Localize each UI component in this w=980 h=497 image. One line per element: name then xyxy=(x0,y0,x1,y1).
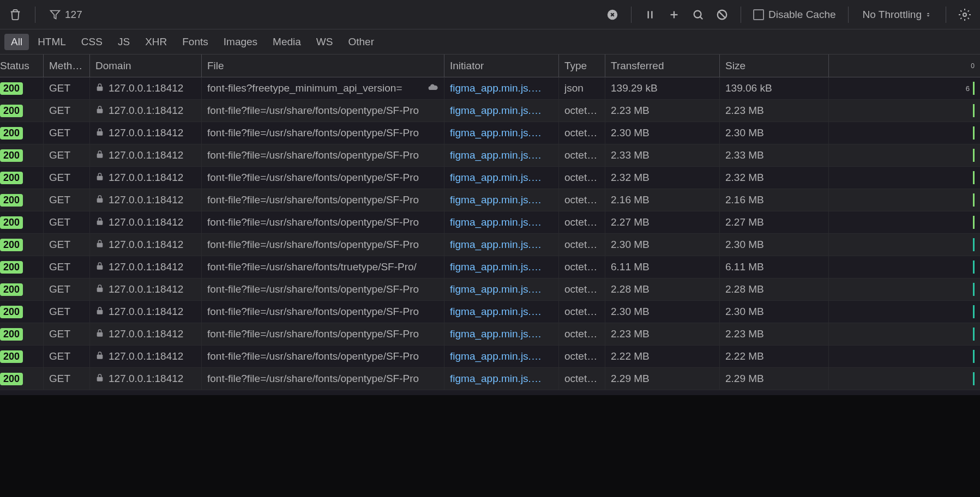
cell-waterfall xyxy=(829,167,980,189)
divider xyxy=(35,7,35,23)
table-row[interactable]: 200GET127.0.0.1:18412font-file?file=/usr… xyxy=(0,100,980,122)
cell-type: octet… xyxy=(559,234,605,256)
filter-tab-xhr[interactable]: XHR xyxy=(139,34,173,50)
cell-size: 2.28 MB xyxy=(720,278,829,300)
cell-status: 200 xyxy=(0,234,44,256)
initiator-link[interactable]: figma_app.min.js.… xyxy=(450,239,542,251)
cell-file: font-file?file=/usr/share/fonts/truetype… xyxy=(202,256,444,278)
lock-icon xyxy=(95,329,104,337)
initiator-link[interactable]: figma_app.min.js.… xyxy=(450,261,542,273)
cell-transferred: 2.23 MB xyxy=(605,323,720,345)
filter-tab-fonts[interactable]: Fonts xyxy=(176,34,215,50)
col-domain[interactable]: Domain xyxy=(90,54,202,77)
disable-cache-label: Disable Cache xyxy=(768,9,836,21)
initiator-link[interactable]: figma_app.min.js.… xyxy=(450,283,542,295)
cell-initiator: figma_app.min.js.… xyxy=(444,144,559,166)
table-row[interactable]: 200GET127.0.0.1:18412font-file?file=/usr… xyxy=(0,167,980,189)
cell-size: 2.30 MB xyxy=(720,234,829,256)
initiator-link[interactable]: figma_app.min.js.… xyxy=(450,350,542,362)
cell-method: GET xyxy=(44,122,90,144)
initiator-link[interactable]: figma_app.min.js.… xyxy=(450,216,542,228)
clear-filter-button[interactable] xyxy=(603,5,622,25)
cell-domain: 127.0.0.1:18412 xyxy=(90,323,202,345)
cell-domain: 127.0.0.1:18412 xyxy=(90,278,202,300)
filter-tab-images[interactable]: Images xyxy=(217,34,264,50)
throttling-select[interactable]: No Throttling xyxy=(857,7,937,23)
search-icon xyxy=(692,9,704,21)
divider xyxy=(946,7,946,23)
filter-tab-html[interactable]: HTML xyxy=(31,34,73,50)
col-type[interactable]: Type xyxy=(559,54,605,77)
cell-type: octet… xyxy=(559,100,605,122)
table-row[interactable]: 200GET127.0.0.1:18412font-file?file=/usr… xyxy=(0,234,980,256)
toolbar-right: Disable Cache No Throttling xyxy=(603,5,975,25)
domain-text: 127.0.0.1:18412 xyxy=(109,350,183,362)
col-waterfall[interactable]: 0 xyxy=(829,54,980,77)
add-button[interactable] xyxy=(664,5,684,25)
cell-waterfall xyxy=(829,189,980,211)
block-button[interactable] xyxy=(712,5,732,25)
no-entry-icon xyxy=(716,9,728,21)
table-row[interactable]: 200GET127.0.0.1:18412font-file?file=/usr… xyxy=(0,189,980,211)
filter-tab-all[interactable]: All xyxy=(4,34,29,50)
cell-status: 200 xyxy=(0,368,44,390)
col-method[interactable]: Meth… xyxy=(44,54,90,77)
clear-button[interactable] xyxy=(5,5,25,25)
cell-domain: 127.0.0.1:18412 xyxy=(90,77,202,99)
cell-method: GET xyxy=(44,100,90,122)
table-row[interactable]: 200GET127.0.0.1:18412font-file?file=/usr… xyxy=(0,256,980,278)
table-row[interactable]: 200GET127.0.0.1:18412font-file?file=/usr… xyxy=(0,278,980,301)
filter-tab-media[interactable]: Media xyxy=(266,34,308,50)
table-row[interactable]: 200GET127.0.0.1:18412font-file?file=/usr… xyxy=(0,346,980,368)
cell-size: 139.06 kB xyxy=(720,77,829,99)
waterfall-bar xyxy=(973,328,975,341)
status-badge: 200 xyxy=(0,373,23,385)
cell-size: 2.23 MB xyxy=(720,100,829,122)
disable-cache-toggle[interactable]: Disable Cache xyxy=(750,9,839,21)
initiator-link[interactable]: figma_app.min.js.… xyxy=(450,105,542,117)
table-row[interactable]: 200GET127.0.0.1:18412font-file?file=/usr… xyxy=(0,211,980,234)
col-size[interactable]: Size xyxy=(720,54,829,77)
initiator-link[interactable]: figma_app.min.js.… xyxy=(450,149,542,161)
initiator-link[interactable]: figma_app.min.js.… xyxy=(450,127,542,139)
col-status[interactable]: Status xyxy=(0,54,44,77)
filter-tab-ws[interactable]: WS xyxy=(310,34,340,50)
table-row[interactable]: 200GET127.0.0.1:18412font-file?file=/usr… xyxy=(0,323,980,346)
initiator-link[interactable]: figma_app.min.js.… xyxy=(450,328,542,340)
table-row[interactable]: 200GET127.0.0.1:18412font-files?freetype… xyxy=(0,77,980,100)
waterfall-bar xyxy=(973,126,975,140)
cell-initiator: figma_app.min.js.… xyxy=(444,256,559,278)
col-transferred[interactable]: Transferred xyxy=(605,54,720,77)
col-initiator[interactable]: Initiator xyxy=(444,54,559,77)
filter-tab-other[interactable]: Other xyxy=(341,34,381,50)
cell-status: 200 xyxy=(0,189,44,211)
initiator-link[interactable]: figma_app.min.js.… xyxy=(450,194,542,206)
cell-type: octet… xyxy=(559,368,605,390)
table-row[interactable]: 200GET127.0.0.1:18412font-file?file=/usr… xyxy=(0,301,980,323)
cell-waterfall xyxy=(829,368,980,390)
cell-file: font-file?file=/usr/share/fonts/opentype… xyxy=(202,301,444,323)
cell-type: octet… xyxy=(559,301,605,323)
cell-initiator: figma_app.min.js.… xyxy=(444,301,559,323)
col-file[interactable]: File xyxy=(202,54,444,77)
table-row[interactable]: 200GET127.0.0.1:18412font-file?file=/usr… xyxy=(0,368,980,390)
initiator-link[interactable]: figma_app.min.js.… xyxy=(450,82,542,94)
filter-tab-css[interactable]: CSS xyxy=(75,34,109,50)
initiator-link[interactable]: figma_app.min.js.… xyxy=(450,172,542,184)
cell-status: 200 xyxy=(0,211,44,233)
pause-button[interactable] xyxy=(640,5,660,25)
filter-input[interactable]: 127 xyxy=(45,7,87,23)
status-badge: 200 xyxy=(0,239,23,251)
status-badge: 200 xyxy=(0,328,23,341)
table-row[interactable]: 200GET127.0.0.1:18412font-file?file=/usr… xyxy=(0,122,980,144)
cell-domain: 127.0.0.1:18412 xyxy=(90,189,202,211)
filter-tab-js[interactable]: JS xyxy=(111,34,136,50)
search-button[interactable] xyxy=(688,5,708,25)
cell-domain: 127.0.0.1:18412 xyxy=(90,301,202,323)
close-circle-icon xyxy=(606,9,618,21)
table-row[interactable]: 200GET127.0.0.1:18412font-file?file=/usr… xyxy=(0,144,980,167)
settings-button[interactable] xyxy=(955,5,975,25)
initiator-link[interactable]: figma_app.min.js.… xyxy=(450,373,542,385)
domain-text: 127.0.0.1:18412 xyxy=(109,172,183,184)
initiator-link[interactable]: figma_app.min.js.… xyxy=(450,306,542,318)
